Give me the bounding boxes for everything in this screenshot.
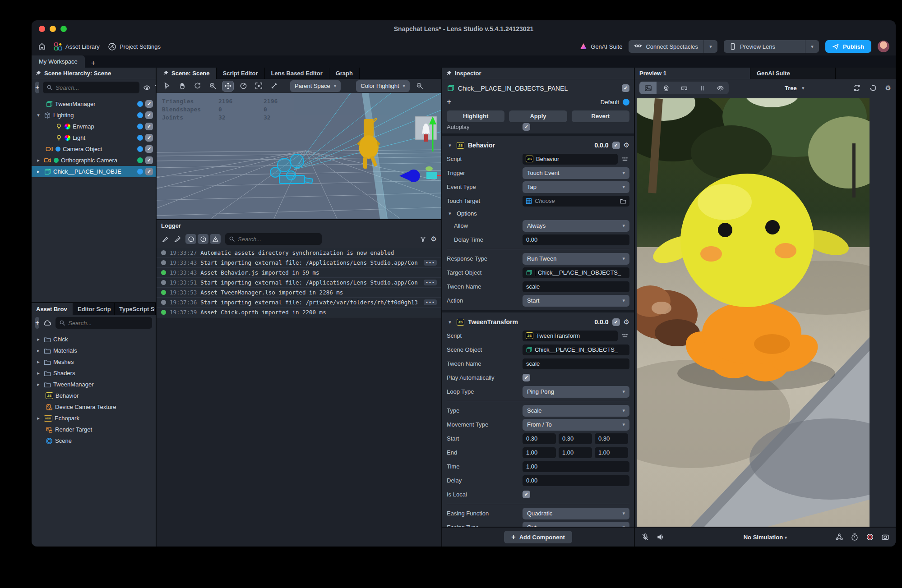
chevron-right-icon[interactable]: ▸ xyxy=(35,336,42,342)
component-enabled-checkbox[interactable]: ✓ xyxy=(612,318,620,326)
hierarchy-search-input[interactable] xyxy=(56,84,136,91)
connect-spectacles-dropdown[interactable]: ▾ xyxy=(703,40,717,53)
tab-preview-1[interactable]: Preview 1 xyxy=(635,68,750,79)
asset-row-tweenmanager[interactable]: ▸TweenManager xyxy=(32,379,156,390)
asset-row-render-target[interactable]: Render Target xyxy=(32,424,156,435)
allow-dropdown[interactable]: Always▾ xyxy=(523,220,629,232)
script-field[interactable]: JSBehavior xyxy=(523,154,618,165)
project-settings-button[interactable]: Project Settings xyxy=(108,42,161,51)
add-object-button[interactable]: + xyxy=(35,82,39,93)
image-preview-icon[interactable] xyxy=(639,82,657,94)
connections-icon[interactable] xyxy=(620,332,629,340)
pause-icon[interactable] xyxy=(694,82,711,94)
easing-type-dropdown[interactable]: Out▾ xyxy=(523,522,629,527)
is-local-checkbox[interactable]: ✓ xyxy=(523,491,530,498)
log-entry[interactable]: 19:37:39Asset Chick.oprfb imported in 22… xyxy=(157,308,441,317)
delay-input[interactable]: 0.00 xyxy=(523,475,629,486)
log-more-icon[interactable]: ••• xyxy=(424,260,437,266)
pan-tool-icon[interactable] xyxy=(176,81,187,91)
tab-lens-based-editor[interactable]: Lens Based Editor xyxy=(265,68,329,79)
enabled-checkbox[interactable]: ✓ xyxy=(145,145,153,153)
layer-dot[interactable] xyxy=(137,124,143,129)
preview-lens-dropdown[interactable]: ▾ xyxy=(805,40,819,53)
delay-time-input[interactable]: 0.00 xyxy=(523,234,629,245)
tab-script-editor[interactable]: Script Editor xyxy=(217,68,265,79)
hierarchy-row-lighting[interactable]: ▾ Lighting ✓ xyxy=(32,110,156,121)
tree-dropdown[interactable]: Tree▾ xyxy=(785,85,806,92)
log-entry[interactable]: 19:33:53Asset TweenManager.lso imported … xyxy=(157,288,441,298)
cloud-icon[interactable] xyxy=(43,319,52,326)
spectacles-preview-icon[interactable] xyxy=(675,82,693,94)
eye-icon[interactable] xyxy=(712,82,729,94)
action-dropdown[interactable]: Start▾ xyxy=(523,295,629,307)
layer-dot[interactable] xyxy=(137,146,143,152)
log-entry[interactable]: 19:33:51Start importing external file: /… xyxy=(157,278,441,288)
start-z-input[interactable]: 0.30 xyxy=(595,433,628,444)
trigger-dropdown[interactable]: Touch Event▾ xyxy=(523,167,629,179)
layer-dot[interactable] xyxy=(137,101,143,107)
logger-search-input[interactable] xyxy=(238,236,318,243)
zoom-tool-icon[interactable] xyxy=(207,81,218,91)
tab-scene[interactable]: Scene: Scene xyxy=(157,68,217,79)
gear-icon[interactable]: ⚙ xyxy=(431,236,437,243)
color-pick-icon[interactable] xyxy=(414,81,425,91)
movement-type-dropdown[interactable]: From / To▾ xyxy=(523,419,629,431)
scene-viewport[interactable]: Triangles21962196 Blendshapes00 Joints32… xyxy=(157,93,441,219)
add-component-button[interactable]: +Add Component xyxy=(504,531,572,543)
start-y-input[interactable]: 0.30 xyxy=(559,433,592,444)
add-workspace-button[interactable]: + xyxy=(85,59,102,68)
snapshot-camera-icon[interactable] xyxy=(881,533,889,541)
preview-lens-button[interactable]: Preview Lens ▾ xyxy=(724,40,819,53)
warning-filter-icon[interactable] xyxy=(198,234,208,244)
add-icon[interactable]: + xyxy=(447,97,452,107)
chevron-down-icon[interactable]: ▾ xyxy=(447,211,453,216)
chevron-down-icon[interactable]: ▾ xyxy=(447,319,453,325)
pin-icon[interactable] xyxy=(35,70,42,77)
log-more-icon[interactable]: ••• xyxy=(424,299,437,305)
webcam-preview-icon[interactable] xyxy=(657,82,675,94)
asset-row-device-camera-texture[interactable]: Device Camera Texture xyxy=(32,401,156,413)
record-icon[interactable] xyxy=(866,533,874,541)
chevron-right-icon[interactable]: ▸ xyxy=(35,370,42,376)
chevron-right-icon[interactable]: ▸ xyxy=(35,348,42,354)
behavior-section-header[interactable]: ▾ JS Behavior 0.0.0 ✓ ⚙ xyxy=(447,138,629,152)
tab-asset-browser[interactable]: Asset Brov xyxy=(32,303,73,315)
hierarchy-row-light[interactable]: Light ✓ xyxy=(32,132,156,143)
error-filter-icon[interactable] xyxy=(210,234,221,244)
time-input[interactable]: 1.00 xyxy=(523,461,629,472)
chevron-right-icon[interactable]: ▸ xyxy=(35,415,42,421)
chevron-right-icon[interactable]: ▸ xyxy=(35,359,42,365)
asset-search[interactable] xyxy=(56,317,152,329)
layer-dot[interactable] xyxy=(137,169,143,175)
target-object-field[interactable]: Chick__PLACE_IN_OBJECTS_ xyxy=(523,267,629,278)
asset-row-meshes[interactable]: ▸Meshes xyxy=(32,356,156,368)
select-tool-icon[interactable] xyxy=(161,81,172,91)
connect-spectacles-button[interactable]: Connect Spectacles ▾ xyxy=(629,40,717,53)
home-button[interactable] xyxy=(38,42,46,51)
asset-row-behavior[interactable]: JSBehavior xyxy=(32,390,156,401)
tab-editor-script[interactable]: Editor Scrip xyxy=(73,303,115,315)
frame-tool-icon[interactable] xyxy=(253,81,264,91)
space-dropdown[interactable]: Parent Space▾ xyxy=(290,80,341,92)
asset-row-echopark[interactable]: ▸HDREchopark xyxy=(32,413,156,424)
component-enabled-checkbox[interactable]: ✓ xyxy=(612,142,620,149)
log-entry[interactable]: 19:33:43Asset Behavior.js imported in 59… xyxy=(157,268,441,278)
script-field[interactable]: JSTweenTransform xyxy=(523,331,618,341)
event-type-dropdown[interactable]: Tap▾ xyxy=(523,181,629,193)
publish-button[interactable]: Publish xyxy=(825,40,871,53)
hierarchy-row-envmap[interactable]: Envmap ✓ xyxy=(32,121,156,132)
asset-row-scene[interactable]: Scene xyxy=(32,435,156,446)
orbit-tool-icon[interactable] xyxy=(192,81,203,91)
options-header[interactable]: ▾ Options xyxy=(447,208,629,219)
pin-icon[interactable] xyxy=(446,70,452,77)
scale-tool-icon[interactable] xyxy=(268,81,279,91)
hierarchy-row-orthographic-camera[interactable]: ▸ Orthographic Camera ✓ xyxy=(32,155,156,166)
autoplay-checkbox[interactable]: ✓ xyxy=(523,123,530,131)
type-dropdown[interactable]: Scale▾ xyxy=(523,405,629,417)
visibility-eye-icon[interactable] xyxy=(143,84,151,92)
add-asset-button[interactable]: + xyxy=(35,317,39,329)
loop-type-dropdown[interactable]: Ping Pong▾ xyxy=(523,386,629,398)
rotate-tool-icon[interactable] xyxy=(238,81,249,91)
end-x-input[interactable]: 1.00 xyxy=(523,447,556,458)
revert-button[interactable]: Revert xyxy=(572,110,629,122)
